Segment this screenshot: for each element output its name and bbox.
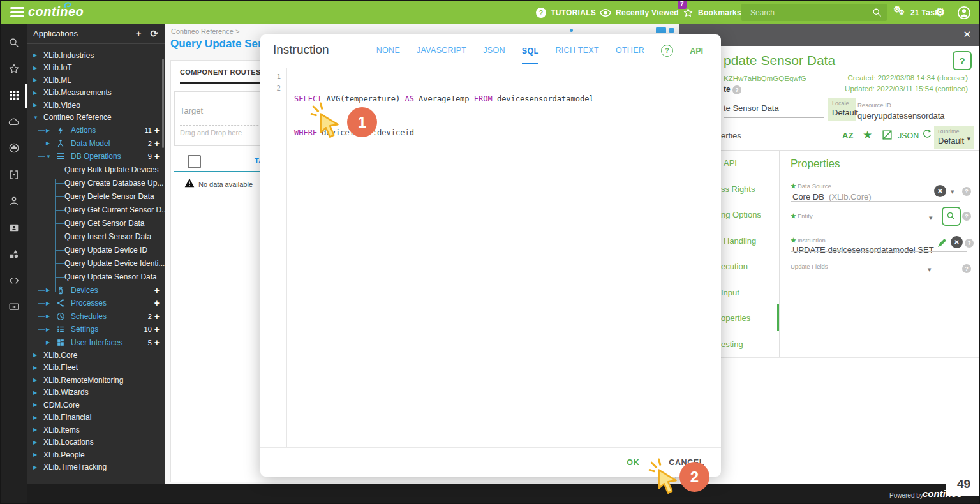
- tree-item-xlib-financial[interactable]: ▶XLib.Financial: [27, 411, 165, 424]
- scrollbar-thumb[interactable]: [162, 59, 164, 148]
- tree-group-devices[interactable]: ▶ Devices +: [27, 284, 165, 297]
- bookmarks-button[interactable]: Bookmarks: [683, 1, 741, 24]
- shapes-icon[interactable]: [8, 248, 20, 260]
- add-icon[interactable]: +: [154, 138, 160, 149]
- contact-card-icon[interactable]: [8, 222, 20, 233]
- tree-item-contineo-reference[interactable]: ▼Contineo Reference: [27, 112, 165, 124]
- panel-nav-handling[interactable]: Handling: [724, 236, 756, 246]
- panel-nav-execution[interactable]: ecution: [721, 262, 748, 271]
- tree-item-xlib-iot[interactable]: ▶XLib.IoT: [27, 62, 165, 75]
- tree-group-schedules[interactable]: ▶ Schedules 2+: [27, 310, 165, 323]
- help-icon[interactable]: ?: [962, 187, 971, 196]
- add-application-icon[interactable]: +: [136, 29, 142, 38]
- brackets-icon[interactable]: [8, 169, 20, 181]
- add-icon[interactable]: +: [154, 285, 160, 295]
- resource-id-field[interactable]: Resource ID queryupdatesensordata: [858, 98, 966, 122]
- tree-item-xlib-ml[interactable]: ▶XLib.ML: [27, 74, 165, 87]
- help-icon[interactable]: ?: [661, 45, 673, 57]
- add-icon[interactable]: +: [154, 151, 160, 161]
- tree-item-xlib-measurements[interactable]: ▶XLib.Measurements: [27, 87, 165, 100]
- help-icon[interactable]: ?: [962, 212, 971, 221]
- search-input[interactable]: [749, 6, 860, 20]
- help-icon[interactable]: ?: [732, 85, 741, 94]
- help-button[interactable]: ?: [953, 51, 972, 70]
- tree-item-xlib-industries[interactable]: ▶XLib.Industries: [27, 49, 165, 62]
- update-fields-field[interactable]: Update Fields: [791, 260, 828, 271]
- tree-item-xlib-remotemonitoring[interactable]: ▶XLib.RemoteMonitoring: [27, 374, 165, 387]
- breadcrumb[interactable]: Contineo Reference >: [171, 27, 239, 35]
- search-icon[interactable]: [872, 8, 882, 17]
- tutorials-button[interactable]: ? TUTORIALS: [536, 1, 596, 24]
- tree-item-query[interactable]: Query Create Database Up...: [27, 177, 165, 190]
- tree-group-user-interfaces[interactable]: ▶ User Interfaces 5+: [27, 336, 165, 350]
- diagonal-square-icon[interactable]: [882, 130, 893, 140]
- tree-group-settings[interactable]: ▶ Settings 10+: [27, 323, 165, 336]
- recently-viewed-button[interactable]: Recently Viewed 7: [600, 1, 679, 24]
- panel-nav-access-rights[interactable]: ss Rights: [721, 184, 755, 194]
- app-logo[interactable]: contineo: [28, 4, 84, 19]
- ok-button[interactable]: OK: [621, 454, 644, 471]
- data-source-field[interactable]: ★Data Source Core DB (XLib.Core): [791, 179, 872, 202]
- add-icon[interactable]: +: [154, 337, 160, 348]
- tab-rich-text[interactable]: RICH TEXT: [555, 46, 598, 56]
- tree-group-processes[interactable]: ▶ Processes +: [27, 297, 165, 310]
- entity-search-button[interactable]: [942, 207, 961, 226]
- tree-item-query[interactable]: Query Update Device Identi...: [27, 257, 165, 271]
- screen-share-icon[interactable]: [8, 301, 20, 313]
- tree-group-actions[interactable]: ▶ Actions 11+: [27, 124, 165, 137]
- tree-item-xlib-wizards[interactable]: ▶XLib.Wizards: [27, 387, 165, 399]
- clear-icon[interactable]: ✕: [934, 185, 946, 197]
- tab-json[interactable]: JSON: [483, 46, 505, 56]
- runtime-dropdown[interactable]: Runtime Default ▾: [934, 126, 974, 149]
- tree-item-xlib-items[interactable]: ▶XLib.Items: [27, 424, 165, 436]
- cloud-circle-icon[interactable]: [8, 142, 20, 154]
- tab-javascript[interactable]: JAVASCRIPT: [417, 46, 466, 56]
- tab-none[interactable]: NONE: [376, 46, 400, 56]
- chevron-down-icon[interactable]: ▾: [928, 265, 932, 274]
- close-icon[interactable]: ✕: [963, 29, 971, 40]
- tree-item-query[interactable]: Query Get Current Sensor D...: [27, 204, 165, 217]
- star-icon[interactable]: ★: [863, 128, 872, 142]
- tree-item-xlib-video[interactable]: ▶XLib.Video: [27, 99, 165, 112]
- select-all-checkbox[interactable]: [188, 155, 201, 168]
- tree-item-query[interactable]: Query Bulk Update Devices: [27, 163, 165, 177]
- person-icon[interactable]: [8, 195, 20, 207]
- tree-item-query[interactable]: Query Delete Sensor Data: [27, 190, 165, 204]
- panel-nav-options[interactable]: ng Options: [721, 210, 761, 219]
- cloud-icon[interactable]: [8, 116, 20, 128]
- code-icon[interactable]: [8, 275, 20, 286]
- tree-item-xlib-locations[interactable]: ▶XLib.Locations: [27, 436, 165, 449]
- add-icon[interactable]: +: [154, 324, 160, 334]
- locale-chip[interactable]: Locale Default: [828, 98, 856, 121]
- entity-field[interactable]: ★Entity: [791, 209, 813, 221]
- add-icon[interactable]: +: [154, 125, 160, 135]
- instruction-field[interactable]: ★Instruction UPDATE devicesensordatamode…: [791, 233, 934, 257]
- tree-item-xlib-fleet[interactable]: ▶XLib.Fleet: [27, 362, 165, 374]
- tab-other[interactable]: OTHER: [616, 46, 644, 56]
- panel-nav-api[interactable]: API: [724, 158, 737, 168]
- tree-item-xlib-people[interactable]: ▶XLib.People: [27, 448, 165, 461]
- panel-nav-testing[interactable]: esting: [721, 339, 743, 349]
- refresh-icon[interactable]: [922, 130, 932, 140]
- tab-component-routes[interactable]: COMPONENT ROUTES: [180, 68, 261, 84]
- tree-item-query[interactable]: Query Update Device ID: [27, 244, 165, 257]
- help-icon[interactable]: ?: [962, 264, 971, 273]
- tree-group-db-operations[interactable]: ▼ DB Operations 9+: [27, 150, 165, 163]
- panel-nav-properties[interactable]: operties: [721, 313, 750, 323]
- help-icon[interactable]: ?: [965, 239, 974, 248]
- tree-item-xlib-core[interactable]: ▶XLib.Core: [27, 349, 165, 362]
- tree-group-data-model[interactable]: ▶ Data Model 2+: [27, 137, 165, 151]
- tree-item-query[interactable]: Query Get Sensor Data: [27, 217, 165, 230]
- chevron-down-icon[interactable]: ▾: [951, 188, 954, 196]
- filter-input[interactable]: erties: [721, 131, 838, 144]
- add-icon[interactable]: +: [154, 298, 160, 308]
- tree-item-query[interactable]: Query Update Sensor Data: [27, 271, 165, 284]
- clear-icon[interactable]: ✕: [951, 236, 963, 248]
- applications-grid-icon[interactable]: [8, 89, 20, 101]
- tree-item-xlib-timetracking[interactable]: ▶XLib.TimeTracking: [27, 461, 165, 474]
- name-field[interactable]: te Sensor Data: [724, 103, 824, 118]
- tab-sql[interactable]: SQL: [522, 47, 539, 64]
- profile-button[interactable]: [957, 1, 971, 24]
- hamburger-menu-icon[interactable]: [10, 7, 24, 17]
- tree-item-cdm-core[interactable]: ▶CDM.Core: [27, 399, 165, 411]
